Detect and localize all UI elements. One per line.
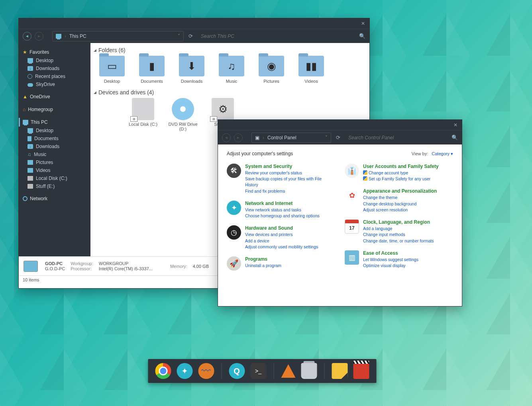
close-icon[interactable]: ✕ (360, 20, 366, 27)
folder-pictures[interactable]: ◉Pictures (255, 56, 288, 84)
control-panel-icon: ▣ (255, 135, 259, 141)
calendar-icon: 17 (345, 219, 359, 234)
video-icon (27, 168, 33, 173)
viewby-selector[interactable]: View by: Category ▾ (412, 151, 453, 156)
sidebar-item-music[interactable]: ♫Music (19, 150, 90, 158)
disc-icon (172, 98, 194, 120)
explorer-search-input[interactable] (198, 31, 356, 41)
sidebar-item-stuff[interactable]: Stuff (E:) (19, 182, 90, 190)
dock-chrome-icon[interactable] (155, 363, 171, 379)
dock-separator (324, 363, 324, 379)
folder-desktop[interactable]: ▭Desktop (95, 56, 129, 84)
chevron-down-icon: ▾ (451, 151, 453, 156)
sidebar-favorites[interactable]: ★Favorites (19, 48, 90, 57)
cat-ease-of-access: ▥ Ease of Access Let Windows suggest set… (345, 250, 453, 269)
star-icon: ★ (23, 49, 27, 55)
security-icon: 🛠 (227, 164, 241, 178)
dock-terminal-icon[interactable] (250, 363, 266, 379)
cpanel-toolbar: ◄ ► ▣ › Control Panel ˅ ⟳ 🔍 (218, 130, 462, 144)
desktop-icon: ▭ (103, 60, 121, 72)
user-icon: 👔 (345, 164, 359, 178)
close-icon[interactable]: ✕ (452, 122, 459, 128)
sidebar-item-documents[interactable]: Documents (19, 135, 90, 142)
dock (148, 359, 376, 383)
sidebar-item-skydrive[interactable]: SkyDrive (19, 80, 90, 88)
search-icon[interactable]: 🔍 (452, 135, 458, 141)
sidebar-item-pictures[interactable]: Pictures (19, 158, 90, 166)
folder-videos[interactable]: ▮▮Videos (294, 56, 328, 84)
sidebar-item-recent[interactable]: Recent places (19, 72, 90, 80)
cpanel-heading: Adjust your computer's settings (227, 151, 293, 156)
search-icon[interactable]: 🔍 (359, 33, 365, 39)
sidebar-onedrive[interactable]: ▲OneDrive (19, 92, 90, 101)
nav-back-button[interactable]: ◄ (23, 32, 31, 41)
download-icon (27, 66, 33, 71)
picture-icon: ◉ (263, 60, 280, 72)
hardware-icon: ◷ (227, 225, 241, 240)
os-badge: ⊞ (130, 116, 137, 122)
address-text: Control Panel (267, 135, 296, 141)
address-bar[interactable]: › This PC ˅ (52, 31, 184, 41)
dock-clapper-icon[interactable] (353, 363, 369, 379)
shield-icon (363, 170, 367, 175)
nav-forward-button[interactable]: ► (35, 32, 43, 41)
sidebar-network[interactable]: Network (19, 194, 90, 203)
explorer-titlebar[interactable]: ✕ (19, 18, 369, 29)
os-badge: ⊞ (210, 116, 217, 122)
dock-quicktime-icon[interactable] (229, 363, 245, 379)
folder-music[interactable]: ♫Music (215, 56, 248, 84)
explorer-toolbar: ◄ ► › This PC ˅ ⟳ 🔍 (19, 29, 369, 43)
sidebar-thispc[interactable]: This PC (19, 118, 90, 127)
dock-notes-icon[interactable] (332, 363, 347, 379)
warning-icon: ▲ (23, 94, 27, 100)
sidebar-homegroup[interactable]: ⌂Homegroup (19, 105, 90, 114)
collapse-icon[interactable]: ◢ (94, 48, 96, 52)
dock-trash-icon[interactable] (301, 363, 317, 379)
explorer-sidebar: ★Favorites Desktop Downloads Recent plac… (19, 43, 90, 256)
home-icon: ⌂ (23, 107, 26, 112)
dock-firefox-icon[interactable] (198, 363, 214, 379)
pc-icon (56, 34, 61, 39)
refresh-icon[interactable]: ⟳ (334, 135, 342, 141)
drives-header[interactable]: ◢Devices and drives (4) (94, 89, 365, 96)
collapse-icon[interactable]: ◢ (94, 90, 96, 94)
sidebar-item-desktop2[interactable]: Desktop (19, 127, 90, 135)
clock-icon (27, 74, 32, 79)
cpanel-titlebar[interactable]: ✕ (218, 120, 462, 130)
cat-programs: 🚀 Programs Uninstall a program (227, 256, 335, 271)
folder-downloads[interactable]: ⬇Downloads (175, 56, 208, 84)
sidebar-item-desktop[interactable]: Desktop (19, 57, 90, 64)
refresh-icon[interactable]: ⟳ (187, 33, 194, 39)
document-icon (27, 136, 31, 141)
network-icon (23, 196, 27, 201)
sidebar-item-downloads2[interactable]: Downloads (19, 142, 90, 150)
monitor-icon (27, 128, 33, 133)
folders-header[interactable]: ◢Folders (6) (94, 47, 365, 53)
shield-icon (363, 176, 367, 181)
chevron-down-icon[interactable]: ˅ (178, 33, 180, 39)
drive-local-c[interactable]: ⊞Local Disk (C:) (126, 98, 160, 131)
nav-back-button[interactable]: ◄ (222, 133, 231, 142)
sidebar-item-videos[interactable]: Videos (19, 166, 90, 174)
drive-dvd-d[interactable]: DVD RW Drive (D:) (166, 98, 200, 131)
sidebar-item-localdisk[interactable]: Local Disk (C:) (19, 174, 90, 182)
cat-hardware: ◷ Hardware and Sound View devices and pr… (227, 225, 335, 250)
control-panel-window: ✕ ◄ ► ▣ › Control Panel ˅ ⟳ 🔍 Adjust you… (218, 119, 462, 306)
music-icon: ♫ (223, 60, 240, 72)
sidebar-item-downloads[interactable]: Downloads (19, 64, 90, 72)
cat-network: ✦ Network and Internet View network stat… (227, 201, 335, 219)
nav-forward-button[interactable]: ► (234, 133, 243, 142)
address-bar[interactable]: ▣ › Control Panel ˅ (251, 133, 331, 143)
dock-vlc-icon[interactable] (281, 364, 295, 378)
dock-separator (273, 363, 274, 379)
folder-documents[interactable]: ▮Documents (135, 56, 169, 84)
drive-icon (27, 176, 33, 181)
cpanel-search-input[interactable] (345, 133, 448, 143)
dock-safari-icon[interactable] (177, 363, 192, 379)
ease-icon: ▥ (345, 250, 359, 265)
music-icon: ♫ (27, 152, 31, 157)
monitor-icon (27, 58, 33, 63)
drive-icon (27, 184, 33, 189)
download-icon (27, 144, 33, 149)
chevron-down-icon[interactable]: ˅ (325, 135, 328, 141)
